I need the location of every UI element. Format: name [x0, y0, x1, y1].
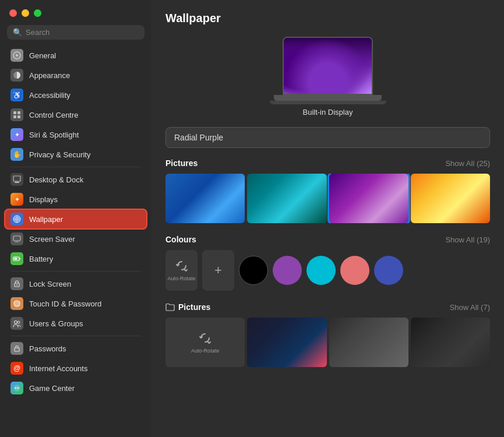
- sidebar-item-appearance[interactable]: Appearance: [5, 65, 147, 85]
- sidebar-item-users-groups[interactable]: Users & Groups: [5, 313, 147, 333]
- auto-rotate-icon-bottom: [198, 332, 212, 346]
- sidebar-label-screen-saver: Screen Saver: [29, 235, 75, 244]
- sidebar-item-battery[interactable]: Battery: [5, 249, 147, 269]
- svg-point-23: [15, 387, 16, 389]
- bottom-pictures-show-all[interactable]: Show All (7): [450, 303, 490, 312]
- maximize-button[interactable]: [34, 9, 41, 17]
- sidebar-item-desktop-dock[interactable]: Desktop & Dock: [5, 170, 147, 189]
- sidebar-item-screen-saver[interactable]: Screen Saver: [5, 229, 147, 249]
- bottom-pictures-grid: Auto-Rotate: [165, 318, 490, 367]
- sidebar-item-control-centre[interactable]: Control Centre: [5, 105, 147, 125]
- sidebar-label-accessibility: Accessibility: [29, 91, 71, 100]
- colours-section-header: Colours Show All (19): [165, 235, 490, 244]
- divider-2: [10, 271, 141, 272]
- privacy-icon: ✋: [10, 148, 23, 161]
- svg-rect-6: [17, 115, 20, 118]
- appearance-icon: [10, 69, 23, 82]
- colour-black[interactable]: [239, 256, 268, 285]
- sidebar-item-passwords[interactable]: Passwords: [5, 339, 147, 358]
- sidebar-list: General Appearance ♿ Accessibility: [0, 44, 151, 437]
- sidebar-item-privacy[interactable]: ✋ Privacy & Security: [5, 145, 147, 164]
- sidebar-label-control-centre: Control Centre: [29, 111, 79, 119]
- bottom-picture-thumb-2[interactable]: [247, 318, 326, 367]
- sidebar-label-passwords: Passwords: [29, 344, 66, 353]
- bottom-picture-thumb-4[interactable]: [411, 318, 490, 367]
- bottom-picture-thumb-1[interactable]: Auto-Rotate: [165, 318, 245, 367]
- colour-add-button[interactable]: +: [202, 250, 234, 291]
- bottom-pictures-section-title: Pictures: [178, 302, 210, 312]
- sidebar-item-lock-screen[interactable]: Lock Screen: [5, 274, 147, 294]
- sidebar-item-accessibility[interactable]: ♿ Accessibility: [5, 85, 147, 105]
- sidebar-item-general[interactable]: General: [5, 45, 147, 65]
- laptop-base: [274, 95, 382, 101]
- search-icon: 🔍: [13, 28, 22, 37]
- colours-grid: Auto-Rotate +: [165, 250, 490, 291]
- colours-show-all[interactable]: Show All (19): [445, 235, 490, 244]
- bottom-picture-thumb-3[interactable]: [329, 318, 408, 367]
- sidebar-label-users-groups: Users & Groups: [29, 319, 83, 328]
- sidebar-item-game-center[interactable]: Game Center: [5, 378, 147, 398]
- colour-purple[interactable]: [273, 256, 302, 285]
- colour-pink[interactable]: [340, 256, 369, 285]
- page-title: Wallpaper: [165, 12, 490, 25]
- laptop-base-bottom: [270, 101, 386, 104]
- main-content: Wallpaper Built-in Display Radial Purple…: [151, 0, 504, 437]
- users-groups-icon: [10, 317, 23, 330]
- general-icon: [10, 49, 23, 62]
- add-icon: +: [214, 263, 222, 278]
- screen-saver-icon: [10, 232, 23, 245]
- svg-point-19: [15, 321, 17, 324]
- sidebar-label-desktop-dock: Desktop & Dock: [29, 175, 83, 184]
- displays-icon: ✦: [10, 193, 23, 206]
- auto-rotate-icon: [175, 259, 189, 273]
- sidebar-item-siri[interactable]: ✦ Siri & Spotlight: [5, 125, 147, 145]
- search-bar[interactable]: 🔍: [7, 25, 144, 40]
- search-input[interactable]: [26, 28, 139, 37]
- colour-teal[interactable]: [306, 256, 336, 285]
- battery-icon: [10, 252, 23, 265]
- sidebar-label-game-center: Game Center: [29, 384, 75, 393]
- sidebar-item-internet-accounts[interactable]: @ Internet Accounts: [5, 358, 147, 378]
- picture-thumb-2[interactable]: [247, 174, 326, 223]
- sidebar-label-privacy: Privacy & Security: [29, 150, 90, 159]
- sidebar-label-lock-screen: Lock Screen: [29, 280, 71, 288]
- sidebar-label-internet-accounts: Internet Accounts: [29, 364, 87, 373]
- svg-rect-21: [15, 348, 19, 351]
- colour-auto-rotate[interactable]: Auto-Rotate: [165, 250, 198, 291]
- laptop-frame: [283, 37, 373, 95]
- pictures-show-all[interactable]: Show All (25): [445, 159, 490, 168]
- close-button[interactable]: [9, 9, 17, 17]
- svg-rect-8: [15, 182, 19, 183]
- wallpaper-name-text: Radial Purple: [174, 133, 223, 142]
- sidebar-item-displays[interactable]: ✦ Displays: [5, 189, 147, 209]
- picture-thumb-1[interactable]: [165, 174, 245, 223]
- sidebar-label-appearance: Appearance: [29, 71, 70, 80]
- traffic-lights: [0, 0, 151, 23]
- svg-rect-13: [15, 258, 17, 260]
- svg-rect-10: [13, 236, 20, 241]
- sidebar-label-touch-id: Touch ID & Password: [29, 299, 101, 308]
- folder-icon: [165, 303, 175, 311]
- picture-thumb-3[interactable]: [329, 174, 408, 223]
- colour-blue[interactable]: [374, 256, 403, 285]
- auto-rotate-label: Auto-Rotate: [167, 276, 195, 281]
- sidebar-label-displays: Displays: [29, 195, 58, 204]
- svg-point-20: [17, 321, 20, 323]
- wallpaper-name-dropdown[interactable]: Radial Purple: [165, 127, 490, 148]
- pictures-grid: [165, 174, 490, 223]
- picture-thumb-4[interactable]: [411, 174, 490, 223]
- minimize-button[interactable]: [22, 9, 29, 17]
- passwords-icon: [10, 342, 23, 355]
- divider-3: [10, 336, 141, 336]
- display-preview: Built-in Display: [165, 37, 490, 117]
- desktop-dock-icon: [10, 173, 23, 186]
- colours-section-title: Colours: [165, 235, 196, 244]
- sidebar-label-battery: Battery: [29, 255, 53, 263]
- lock-screen-icon: [10, 277, 23, 290]
- pictures-section-header: Pictures Show All (25): [165, 158, 490, 168]
- svg-rect-12: [19, 258, 20, 259]
- siri-icon: ✦: [10, 128, 23, 141]
- svg-rect-3: [13, 111, 16, 114]
- sidebar-item-touch-id[interactable]: Touch ID & Password: [5, 294, 147, 313]
- sidebar-item-wallpaper[interactable]: Wallpaper: [5, 209, 147, 229]
